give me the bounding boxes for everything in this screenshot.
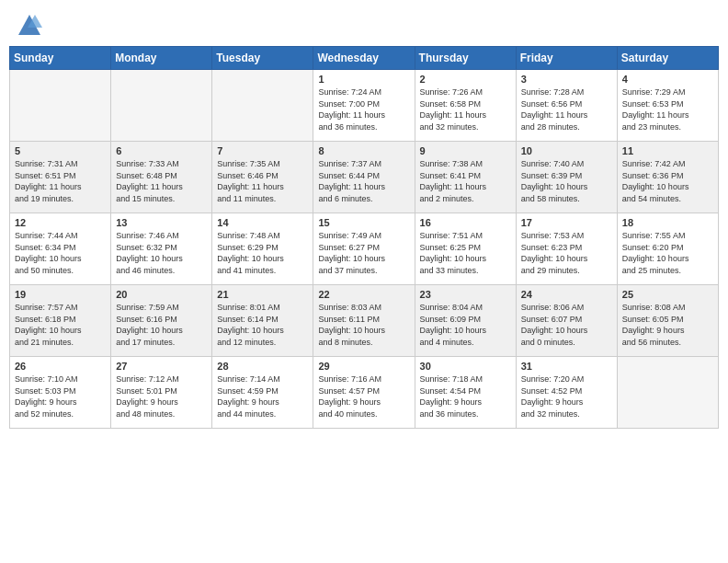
calendar-header-row: SundayMondayTuesdayWednesdayThursdayFrid… — [10, 47, 719, 70]
day-info: Sunrise: 7:26 AM Sunset: 6:58 PM Dayligh… — [420, 86, 511, 132]
calendar-table: SundayMondayTuesdayWednesdayThursdayFrid… — [9, 46, 719, 429]
header-monday: Monday — [111, 47, 212, 70]
calendar-day-cell: 4Sunrise: 7:29 AM Sunset: 6:53 PM Daylig… — [617, 70, 718, 142]
calendar-day-cell: 18Sunrise: 7:55 AM Sunset: 6:20 PM Dayli… — [617, 213, 718, 285]
calendar-day-cell: 12Sunrise: 7:44 AM Sunset: 6:34 PM Dayli… — [10, 213, 111, 285]
page-header — [9, 9, 719, 39]
calendar-day-cell: 25Sunrise: 8:08 AM Sunset: 6:05 PM Dayli… — [617, 285, 718, 357]
calendar-day-cell: 20Sunrise: 7:59 AM Sunset: 6:16 PM Dayli… — [111, 285, 212, 357]
logo — [13, 13, 42, 39]
calendar-day-cell: 31Sunrise: 7:20 AM Sunset: 4:52 PM Dayli… — [516, 357, 617, 429]
header-thursday: Thursday — [415, 47, 516, 70]
calendar-week-row: 1Sunrise: 7:24 AM Sunset: 7:00 PM Daylig… — [10, 70, 719, 142]
calendar-day-cell: 26Sunrise: 7:10 AM Sunset: 5:03 PM Dayli… — [10, 357, 111, 429]
day-number: 31 — [521, 361, 612, 372]
day-info: Sunrise: 8:01 AM Sunset: 6:14 PM Dayligh… — [217, 302, 308, 348]
day-info: Sunrise: 7:20 AM Sunset: 4:52 PM Dayligh… — [521, 373, 612, 419]
day-number: 17 — [521, 217, 612, 228]
day-info: Sunrise: 7:24 AM Sunset: 7:00 PM Dayligh… — [318, 86, 409, 132]
calendar-day-cell: 22Sunrise: 8:03 AM Sunset: 6:11 PM Dayli… — [313, 285, 415, 357]
calendar-day-cell: 21Sunrise: 8:01 AM Sunset: 6:14 PM Dayli… — [212, 285, 313, 357]
calendar-day-cell — [10, 70, 111, 142]
day-info: Sunrise: 7:16 AM Sunset: 4:57 PM Dayligh… — [318, 373, 409, 419]
day-number: 26 — [15, 361, 106, 372]
day-number: 4 — [622, 74, 713, 85]
calendar-day-cell: 2Sunrise: 7:26 AM Sunset: 6:58 PM Daylig… — [415, 70, 516, 142]
day-number: 21 — [217, 289, 308, 300]
calendar-week-row: 19Sunrise: 7:57 AM Sunset: 6:18 PM Dayli… — [10, 285, 719, 357]
day-number: 7 — [217, 145, 308, 156]
day-number: 29 — [318, 361, 409, 372]
calendar-day-cell: 29Sunrise: 7:16 AM Sunset: 4:57 PM Dayli… — [313, 357, 415, 429]
day-info: Sunrise: 7:18 AM Sunset: 4:54 PM Dayligh… — [420, 373, 511, 419]
day-number: 10 — [521, 145, 612, 156]
day-number: 23 — [420, 289, 511, 300]
calendar-day-cell: 10Sunrise: 7:40 AM Sunset: 6:39 PM Dayli… — [516, 142, 617, 213]
logo-icon — [17, 13, 42, 39]
calendar-day-cell: 8Sunrise: 7:37 AM Sunset: 6:44 PM Daylig… — [313, 142, 415, 213]
day-number: 12 — [15, 217, 106, 228]
calendar-day-cell — [111, 70, 212, 142]
calendar-week-row: 5Sunrise: 7:31 AM Sunset: 6:51 PM Daylig… — [10, 142, 719, 213]
day-number: 18 — [622, 217, 713, 228]
header-friday: Friday — [516, 47, 617, 70]
day-number: 3 — [521, 74, 612, 85]
day-info: Sunrise: 7:42 AM Sunset: 6:36 PM Dayligh… — [622, 158, 713, 204]
day-info: Sunrise: 7:57 AM Sunset: 6:18 PM Dayligh… — [15, 302, 106, 348]
day-info: Sunrise: 7:59 AM Sunset: 6:16 PM Dayligh… — [116, 302, 207, 348]
day-number: 24 — [521, 289, 612, 300]
day-number: 27 — [116, 361, 207, 372]
calendar-day-cell: 28Sunrise: 7:14 AM Sunset: 4:59 PM Dayli… — [212, 357, 313, 429]
day-info: Sunrise: 7:38 AM Sunset: 6:41 PM Dayligh… — [420, 158, 511, 204]
day-number: 19 — [15, 289, 106, 300]
day-number: 30 — [420, 361, 511, 372]
day-number: 28 — [217, 361, 308, 372]
header-tuesday: Tuesday — [212, 47, 313, 70]
day-number: 15 — [318, 217, 409, 228]
day-info: Sunrise: 7:40 AM Sunset: 6:39 PM Dayligh… — [521, 158, 612, 204]
day-number: 6 — [116, 145, 207, 156]
day-number: 14 — [217, 217, 308, 228]
day-info: Sunrise: 7:12 AM Sunset: 5:01 PM Dayligh… — [116, 373, 207, 419]
calendar-week-row: 12Sunrise: 7:44 AM Sunset: 6:34 PM Dayli… — [10, 213, 719, 285]
calendar-day-cell: 5Sunrise: 7:31 AM Sunset: 6:51 PM Daylig… — [10, 142, 111, 213]
day-info: Sunrise: 7:37 AM Sunset: 6:44 PM Dayligh… — [318, 158, 409, 204]
day-info: Sunrise: 7:48 AM Sunset: 6:29 PM Dayligh… — [217, 230, 308, 276]
day-info: Sunrise: 7:29 AM Sunset: 6:53 PM Dayligh… — [622, 86, 713, 132]
day-info: Sunrise: 7:35 AM Sunset: 6:46 PM Dayligh… — [217, 158, 308, 204]
calendar-day-cell: 13Sunrise: 7:46 AM Sunset: 6:32 PM Dayli… — [111, 213, 212, 285]
day-number: 13 — [116, 217, 207, 228]
calendar-day-cell: 7Sunrise: 7:35 AM Sunset: 6:46 PM Daylig… — [212, 142, 313, 213]
header-wednesday: Wednesday — [313, 47, 415, 70]
header-saturday: Saturday — [617, 47, 718, 70]
day-info: Sunrise: 7:10 AM Sunset: 5:03 PM Dayligh… — [15, 373, 106, 419]
calendar-day-cell: 1Sunrise: 7:24 AM Sunset: 7:00 PM Daylig… — [313, 70, 415, 142]
calendar-day-cell: 14Sunrise: 7:48 AM Sunset: 6:29 PM Dayli… — [212, 213, 313, 285]
day-info: Sunrise: 7:51 AM Sunset: 6:25 PM Dayligh… — [420, 230, 511, 276]
calendar-day-cell: 24Sunrise: 8:06 AM Sunset: 6:07 PM Dayli… — [516, 285, 617, 357]
day-info: Sunrise: 7:46 AM Sunset: 6:32 PM Dayligh… — [116, 230, 207, 276]
calendar-day-cell: 11Sunrise: 7:42 AM Sunset: 6:36 PM Dayli… — [617, 142, 718, 213]
day-info: Sunrise: 8:03 AM Sunset: 6:11 PM Dayligh… — [318, 302, 409, 348]
calendar-day-cell — [212, 70, 313, 142]
day-info: Sunrise: 7:44 AM Sunset: 6:34 PM Dayligh… — [15, 230, 106, 276]
day-info: Sunrise: 7:14 AM Sunset: 4:59 PM Dayligh… — [217, 373, 308, 419]
day-number: 11 — [622, 145, 713, 156]
day-number: 20 — [116, 289, 207, 300]
header-sunday: Sunday — [10, 47, 111, 70]
day-number: 5 — [15, 145, 106, 156]
day-number: 16 — [420, 217, 511, 228]
calendar-day-cell: 27Sunrise: 7:12 AM Sunset: 5:01 PM Dayli… — [111, 357, 212, 429]
calendar-day-cell: 16Sunrise: 7:51 AM Sunset: 6:25 PM Dayli… — [415, 213, 516, 285]
calendar-day-cell: 6Sunrise: 7:33 AM Sunset: 6:48 PM Daylig… — [111, 142, 212, 213]
day-info: Sunrise: 7:49 AM Sunset: 6:27 PM Dayligh… — [318, 230, 409, 276]
day-number: 1 — [318, 74, 409, 85]
calendar-day-cell: 17Sunrise: 7:53 AM Sunset: 6:23 PM Dayli… — [516, 213, 617, 285]
day-number: 25 — [622, 289, 713, 300]
calendar-day-cell: 23Sunrise: 8:04 AM Sunset: 6:09 PM Dayli… — [415, 285, 516, 357]
calendar-day-cell: 19Sunrise: 7:57 AM Sunset: 6:18 PM Dayli… — [10, 285, 111, 357]
day-number: 9 — [420, 145, 511, 156]
calendar-week-row: 26Sunrise: 7:10 AM Sunset: 5:03 PM Dayli… — [10, 357, 719, 429]
day-number: 22 — [318, 289, 409, 300]
day-number: 8 — [318, 145, 409, 156]
